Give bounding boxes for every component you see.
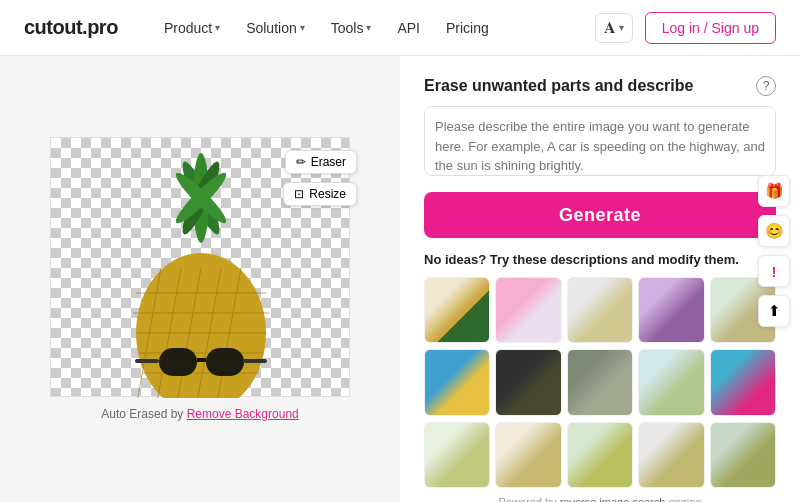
suggestion-image-13[interactable] [567,422,633,488]
nav-tools[interactable]: Tools ▾ [321,14,382,42]
suggestion-image-14[interactable] [638,422,704,488]
avatar-button[interactable]: 😊 [758,215,790,247]
resize-icon: ⊡ [294,187,304,201]
suggestion-image-7[interactable] [495,349,561,415]
powered-by: Powered by reverse image search engine [424,496,776,502]
suggestion-image-8[interactable] [567,349,633,415]
smiley-icon: 😊 [765,222,784,240]
svg-rect-20 [243,359,267,363]
remove-background-link[interactable]: Remove Background [187,407,299,421]
gift-button[interactable]: 🎁 [758,175,790,207]
eraser-button[interactable]: ✏ Eraser [285,150,357,174]
login-button[interactable]: Log in / Sign up [645,12,776,44]
logo[interactable]: cutout.pro [24,16,118,39]
nav-solution[interactable]: Solution ▾ [236,14,315,42]
eraser-icon: ✏ [296,155,306,169]
suggestion-image-15[interactable] [710,422,776,488]
suggestion-image-2[interactable] [495,277,561,343]
suggestion-image-9[interactable] [638,349,704,415]
image-grid-row-3 [424,422,776,488]
section-title: Erase unwanted parts and describe [424,77,693,95]
generate-button[interactable]: Generate [424,192,776,238]
resize-button[interactable]: ⊡ Resize [283,182,357,206]
main-content: ✏ Eraser ⊡ Resize Auto Erased by Remove … [0,56,800,502]
side-float-panel: 🎁 😊 ! ⬆ [758,175,790,327]
image-grid-row-2 [424,349,776,415]
pineapple-image [51,138,351,398]
alert-button[interactable]: ! [758,255,790,287]
help-icon[interactable]: ? [756,76,776,96]
svg-point-5 [136,253,266,398]
suggestion-image-3[interactable] [567,277,633,343]
chevron-down-icon: ▾ [215,22,220,33]
nav-product[interactable]: Product ▾ [154,14,230,42]
language-button[interactable]: 𝐀 ▾ [595,13,633,43]
chevron-down-icon: ▾ [366,22,371,33]
svg-rect-18 [197,358,206,362]
upload-button[interactable]: ⬆ [758,295,790,327]
logo-text: cutout.pro [24,16,118,38]
svg-rect-19 [135,359,159,363]
svg-rect-16 [159,348,197,376]
suggestion-image-10[interactable] [710,349,776,415]
right-panel: Erase unwanted parts and describe ? Gene… [400,56,800,502]
nav-right: 𝐀 ▾ Log in / Sign up [595,12,776,44]
upload-icon: ⬆ [768,302,781,320]
nav-api[interactable]: API [387,14,430,42]
suggestion-image-11[interactable] [424,422,490,488]
image-grid-row-1 [424,277,776,343]
svg-rect-17 [206,348,244,376]
canvas-area[interactable]: ✏ Eraser ⊡ Resize [50,137,350,397]
auto-erased-label: Auto Erased by Remove Background [50,407,350,421]
suggestion-image-4[interactable] [638,277,704,343]
navbar: cutout.pro Product ▾ Solution ▾ Tools ▾ … [0,0,800,56]
suggestion-image-6[interactable] [424,349,490,415]
suggestion-image-12[interactable] [495,422,561,488]
suggestions-label: No ideas? Try these descriptions and mod… [424,252,776,267]
chevron-down-icon: ▾ [619,22,624,33]
nav-pricing[interactable]: Pricing [436,14,499,42]
left-panel: ✏ Eraser ⊡ Resize Auto Erased by Remove … [0,56,400,502]
section-header: Erase unwanted parts and describe ? [424,76,776,96]
nav-links: Product ▾ Solution ▾ Tools ▾ API Pricing [154,14,595,42]
alert-icon: ! [772,263,777,280]
suggestion-image-1[interactable] [424,277,490,343]
gift-icon: 🎁 [765,182,784,200]
chevron-down-icon: ▾ [300,22,305,33]
translate-icon: 𝐀 [604,19,616,37]
reverse-image-search-link[interactable]: reverse image search [560,496,666,502]
description-textarea[interactable] [424,106,776,176]
